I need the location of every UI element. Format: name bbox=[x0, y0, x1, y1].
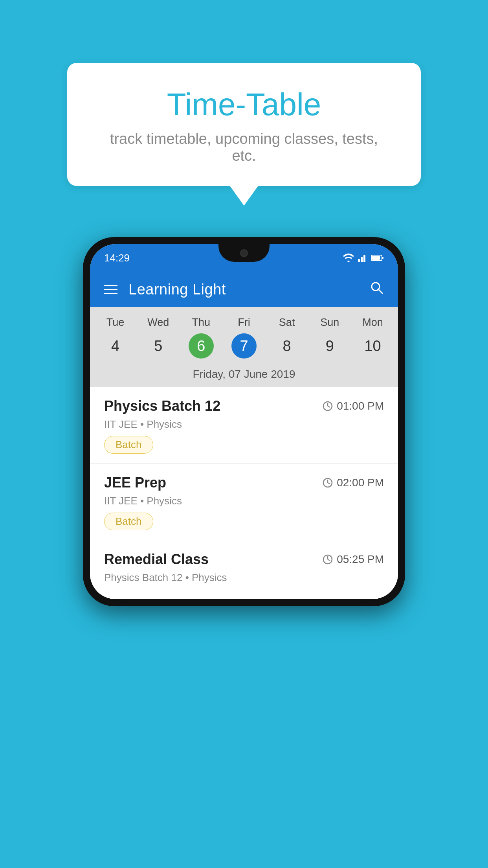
day-numbers-row: 4 5 6 7 8 9 10 bbox=[90, 331, 398, 364]
svg-rect-0 bbox=[358, 259, 360, 262]
schedule-item-2-header: JEE Prep 02:00 PM bbox=[104, 474, 384, 491]
status-icons bbox=[343, 254, 384, 262]
speech-bubble-title: Time-Table bbox=[99, 86, 389, 123]
calendar-header: Tue Wed Thu Fri Sat Sun Mon 4 5 6 7 8 9 … bbox=[90, 307, 398, 387]
day-name-sat: Sat bbox=[266, 314, 308, 331]
batch-tag-1: Batch bbox=[104, 436, 153, 454]
schedule-item-1[interactable]: Physics Batch 12 01:00 PM IIT JEE • Phys… bbox=[90, 387, 398, 463]
day-name-sun: Sun bbox=[308, 314, 351, 331]
app-bar: Learning Light bbox=[90, 272, 398, 307]
day-name-fri: Fri bbox=[222, 314, 265, 331]
signal-icon bbox=[358, 254, 367, 262]
battery-icon bbox=[371, 254, 384, 261]
day-name-mon: Mon bbox=[351, 314, 394, 331]
svg-point-6 bbox=[372, 283, 380, 291]
svg-line-13 bbox=[328, 483, 330, 484]
svg-rect-5 bbox=[382, 257, 383, 259]
status-time: 14:29 bbox=[104, 252, 130, 264]
speech-bubble-card: Time-Table track timetable, upcoming cla… bbox=[67, 63, 421, 186]
day-name-tue: Tue bbox=[94, 314, 137, 331]
phone-camera bbox=[240, 249, 248, 257]
search-icon[interactable] bbox=[370, 281, 384, 298]
batch-tag-2: Batch bbox=[104, 513, 153, 530]
phone-outer: 14:29 bbox=[83, 237, 405, 606]
schedule-time-3: 05:25 PM bbox=[323, 553, 384, 566]
schedule-list: Physics Batch 12 01:00 PM IIT JEE • Phys… bbox=[90, 387, 398, 599]
svg-rect-1 bbox=[361, 257, 363, 262]
svg-rect-2 bbox=[363, 255, 365, 262]
schedule-title-1: Physics Batch 12 bbox=[104, 398, 220, 414]
schedule-item-1-header: Physics Batch 12 01:00 PM bbox=[104, 398, 384, 414]
day-6-today[interactable]: 6 bbox=[189, 333, 214, 359]
schedule-item-3[interactable]: Remedial Class 05:25 PM Physics Batch 12… bbox=[90, 540, 398, 599]
phone-notch bbox=[218, 244, 270, 262]
selected-date-label: Friday, 07 June 2019 bbox=[90, 364, 398, 387]
day-name-thu: Thu bbox=[180, 314, 222, 331]
day-8[interactable]: 8 bbox=[266, 333, 308, 359]
speech-bubble-section: Time-Table track timetable, upcoming cla… bbox=[67, 63, 421, 206]
svg-line-7 bbox=[379, 290, 383, 294]
menu-icon[interactable] bbox=[104, 285, 117, 294]
phone-screen: 14:29 bbox=[90, 244, 398, 599]
svg-rect-4 bbox=[372, 256, 380, 260]
speech-bubble-subtitle: track timetable, upcoming classes, tests… bbox=[99, 131, 389, 164]
schedule-title-3: Remedial Class bbox=[104, 551, 209, 568]
schedule-item-3-header: Remedial Class 05:25 PM bbox=[104, 551, 384, 568]
schedule-subtitle-1: IIT JEE • Physics bbox=[104, 418, 384, 430]
schedule-title-2: JEE Prep bbox=[104, 474, 166, 491]
status-bar: 14:29 bbox=[90, 244, 398, 272]
schedule-subtitle-3: Physics Batch 12 • Physics bbox=[104, 572, 384, 584]
clock-icon-2 bbox=[323, 478, 333, 488]
schedule-time-2: 02:00 PM bbox=[323, 476, 384, 489]
day-names-row: Tue Wed Thu Fri Sat Sun Mon bbox=[90, 314, 398, 331]
schedule-subtitle-2: IIT JEE • Physics bbox=[104, 495, 384, 507]
day-10[interactable]: 10 bbox=[351, 333, 394, 359]
day-name-wed: Wed bbox=[137, 314, 180, 331]
day-4[interactable]: 4 bbox=[94, 333, 137, 359]
svg-line-10 bbox=[328, 406, 330, 407]
schedule-item-2[interactable]: JEE Prep 02:00 PM IIT JEE • Physics Batc… bbox=[90, 463, 398, 540]
clock-icon-1 bbox=[323, 401, 333, 411]
wifi-icon bbox=[343, 254, 354, 262]
speech-bubble-pointer bbox=[230, 186, 258, 206]
schedule-time-1: 01:00 PM bbox=[323, 400, 384, 412]
day-5[interactable]: 5 bbox=[137, 333, 180, 359]
svg-line-16 bbox=[328, 559, 330, 561]
phone-mockup: 14:29 bbox=[83, 237, 405, 606]
app-title: Learning Light bbox=[128, 281, 359, 298]
day-9[interactable]: 9 bbox=[308, 333, 351, 359]
clock-icon-3 bbox=[323, 554, 333, 565]
day-7-selected[interactable]: 7 bbox=[231, 333, 257, 359]
